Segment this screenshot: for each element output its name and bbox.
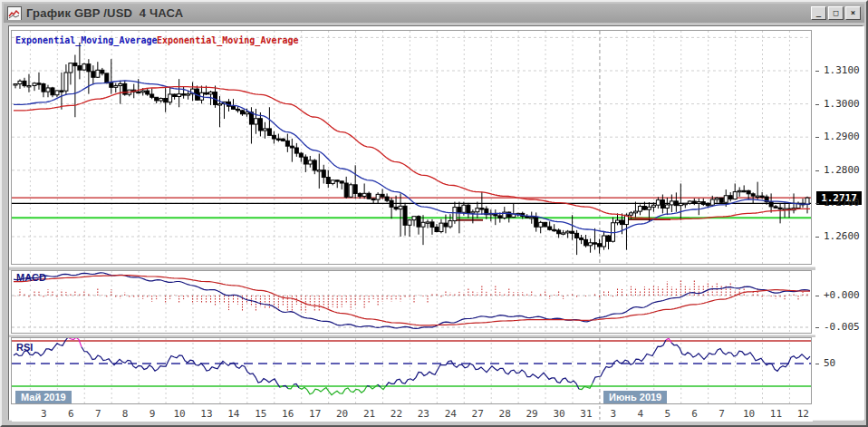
axis-tick bbox=[815, 327, 819, 328]
axis-tick-label: 1.2700 bbox=[824, 197, 860, 209]
axis-tick-label: 1.2800 bbox=[824, 164, 860, 176]
axis-tick bbox=[815, 364, 819, 364]
macd-panel[interactable] bbox=[11, 270, 812, 334]
minimize-button[interactable]: _ bbox=[811, 6, 826, 20]
axis-tick-label: 1.3100 bbox=[824, 64, 860, 76]
axis-tick-label: -0.005 bbox=[824, 321, 860, 333]
axis-tick bbox=[815, 237, 819, 238]
main-price-chart[interactable] bbox=[11, 30, 812, 265]
axis-tick-label: 1.2900 bbox=[824, 131, 860, 142]
axis-tick bbox=[815, 137, 819, 138]
axis-tick-label: 50 bbox=[824, 357, 835, 369]
axis-tick bbox=[815, 296, 819, 296]
rsi-panel[interactable] bbox=[11, 337, 812, 404]
close-button[interactable]: × bbox=[845, 6, 861, 20]
time-axis: 3678910131415161720212223242728293031345… bbox=[12, 406, 813, 422]
maximize-button[interactable]: □ bbox=[828, 6, 844, 20]
rsi-label: RSI bbox=[16, 342, 33, 353]
axis-tick-label: +0.000 bbox=[824, 289, 860, 301]
axis-tick bbox=[815, 170, 819, 171]
title-bar[interactable]: График GBP /USD 4 ЧАСА _ □ × bbox=[4, 4, 864, 23]
axis-tick bbox=[815, 203, 819, 204]
axis-tick-label: 1.2600 bbox=[824, 230, 860, 242]
chart-client-area: 3678910131415161720212223242728293031345… bbox=[8, 25, 863, 421]
macd-label: MACD bbox=[16, 272, 46, 283]
month-badge-june: Июнь 2019 bbox=[603, 391, 667, 403]
axis-tick bbox=[815, 104, 819, 105]
legend-ema-slow: Exponential_Moving_Average bbox=[157, 35, 299, 45]
price-axis: 1.2717 1.31001.30001.29001.28001.27001.2… bbox=[815, 26, 864, 420]
month-badge-may: Май 2019 bbox=[15, 391, 72, 403]
axis-tick-label: 1.3000 bbox=[824, 98, 860, 110]
axis-tick bbox=[815, 71, 819, 72]
chart-window: График GBP /USD 4 ЧАСА _ □ × 36789101314… bbox=[0, 0, 868, 427]
window-title: График GBP /USD 4 ЧАСА bbox=[26, 6, 811, 20]
legend-ema-fast: Exponential_Moving_Average bbox=[15, 35, 158, 45]
app-icon bbox=[7, 6, 22, 20]
